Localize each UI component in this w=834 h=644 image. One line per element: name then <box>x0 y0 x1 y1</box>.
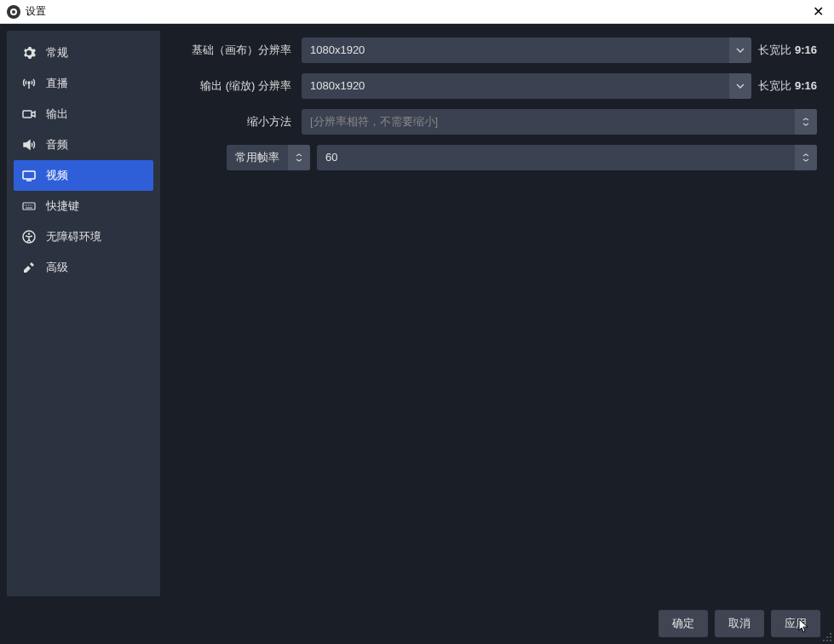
monitor-icon <box>22 169 36 182</box>
base-resolution-row: 基础（画布）分辨率 1080x1920 长宽比 9:16 <box>174 37 817 63</box>
apply-button[interactable]: 应用 <box>771 610 820 637</box>
sidebar-item-label: 常规 <box>46 45 68 60</box>
sidebar-item-advanced[interactable]: 高级 <box>14 252 153 283</box>
svg-point-8 <box>826 636 828 638</box>
accessibility-icon <box>22 230 36 244</box>
svg-rect-1 <box>23 111 32 118</box>
sidebar-item-label: 高级 <box>46 260 68 275</box>
spinner-icon[interactable] <box>795 109 817 135</box>
sidebar-item-stream[interactable]: 直播 <box>14 68 153 99</box>
fps-type-label: 常用帧率 <box>227 150 288 165</box>
spinner-icon[interactable] <box>288 145 310 170</box>
app-icon <box>7 5 20 19</box>
tools-icon <box>22 261 36 274</box>
antenna-icon <box>22 77 36 90</box>
sidebar-item-output[interactable]: 输出 <box>14 99 153 129</box>
svg-rect-2 <box>23 171 35 179</box>
sidebar: 常规 直播 输出 音频 视频 <box>7 31 160 596</box>
sidebar-item-audio[interactable]: 音频 <box>14 129 153 160</box>
sidebar-item-label: 无障碍环境 <box>46 229 101 244</box>
output-resolution-combo[interactable]: 1080x1920 <box>302 73 751 99</box>
window-title: 设置 <box>26 4 46 19</box>
output-resolution-value: 1080x1920 <box>302 73 729 99</box>
resize-grip-icon[interactable] <box>822 632 832 642</box>
sidebar-item-general[interactable]: 常规 <box>14 37 153 68</box>
svg-point-7 <box>830 636 831 638</box>
sidebar-item-label: 快捷键 <box>46 198 79 214</box>
sidebar-item-label: 输出 <box>46 106 68 122</box>
ok-button[interactable]: 确定 <box>659 610 708 637</box>
sidebar-item-accessibility[interactable]: 无障碍环境 <box>14 221 153 252</box>
output-aspect-label: 长宽比 9:16 <box>758 78 817 94</box>
svg-point-9 <box>830 640 831 641</box>
sidebar-item-label: 视频 <box>46 168 68 183</box>
output-resolution-label: 输出 (缩放) 分辨率 <box>174 78 302 94</box>
output-icon <box>22 107 36 121</box>
footer: 确定 取消 应用 <box>0 603 834 644</box>
base-resolution-label: 基础（画布）分辨率 <box>174 43 302 58</box>
base-aspect-label: 长宽比 9:16 <box>758 43 817 58</box>
svg-point-11 <box>823 640 825 641</box>
fps-row: 常用帧率 60 <box>174 145 817 170</box>
speaker-icon <box>22 138 36 152</box>
svg-point-5 <box>28 233 30 234</box>
sidebar-item-video[interactable]: 视频 <box>14 160 153 191</box>
video-settings-panel: 基础（画布）分辨率 1080x1920 长宽比 9:16 输出 (缩放) 分辨率… <box>167 24 834 603</box>
chevron-down-icon[interactable] <box>729 73 751 99</box>
cancel-button[interactable]: 取消 <box>715 610 764 637</box>
gear-icon <box>22 46 36 60</box>
svg-point-10 <box>826 640 828 641</box>
fps-type-combo[interactable]: 常用帧率 <box>227 145 310 170</box>
sidebar-item-label: 直播 <box>46 76 68 91</box>
downscale-combo[interactable]: [分辨率相符，不需要缩小] <box>302 109 817 135</box>
keyboard-icon <box>22 199 36 213</box>
fps-value: 60 <box>317 145 795 170</box>
base-resolution-value: 1080x1920 <box>302 37 729 63</box>
svg-rect-3 <box>23 203 35 210</box>
svg-point-6 <box>830 633 831 635</box>
downscale-row: 缩小方法 [分辨率相符，不需要缩小] <box>174 109 817 135</box>
fps-value-combo[interactable]: 60 <box>317 145 817 170</box>
svg-point-0 <box>28 82 30 83</box>
output-resolution-row: 输出 (缩放) 分辨率 1080x1920 长宽比 9:16 <box>174 73 817 99</box>
sidebar-item-label: 音频 <box>46 137 68 152</box>
close-button[interactable]: ✕ <box>809 3 827 20</box>
downscale-label: 缩小方法 <box>174 114 302 129</box>
base-resolution-combo[interactable]: 1080x1920 <box>302 37 751 63</box>
chevron-down-icon[interactable] <box>729 37 751 63</box>
downscale-value: [分辨率相符，不需要缩小] <box>302 109 795 135</box>
spinner-icon[interactable] <box>795 145 817 170</box>
main-area: 常规 直播 输出 音频 视频 <box>0 24 834 603</box>
sidebar-item-hotkeys[interactable]: 快捷键 <box>14 191 153 221</box>
title-bar: 设置 ✕ <box>0 0 834 24</box>
